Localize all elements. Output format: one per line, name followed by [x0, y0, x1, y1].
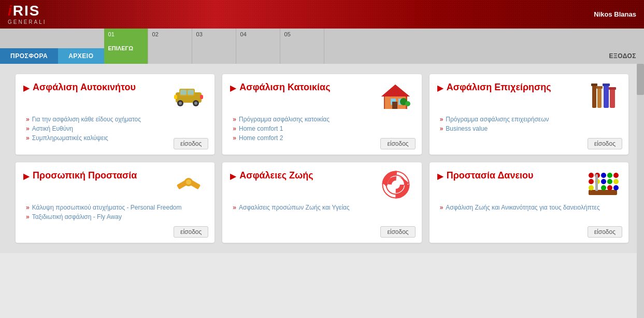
step-5[interactable]: 05	[280, 29, 324, 64]
card-arrow-icon: ▶	[230, 83, 236, 93]
card-home: ▶ Ασφάλιση Κατοικίας Πρόγραμμα ασφάλισης…	[222, 74, 421, 155]
card-arrow-icon: ▶	[437, 171, 443, 181]
arxeio-button[interactable]: ΑΡΧΕΙΟ	[58, 48, 104, 64]
card-title-row: ▶ Ασφάλιση Επιχείρησης	[437, 82, 621, 110]
card-links: Κάλυψη προσωπικού ατυχήματος - Personal …	[23, 203, 207, 222]
steps-indicators: 01 ΕΠΙΛΕΓΩ 02 03 04 05	[104, 29, 602, 64]
svg-point-50	[613, 185, 619, 190]
card-link[interactable]: Πρόγραμμα ασφάλισης επιχειρήσεων	[440, 115, 621, 124]
step-3[interactable]: 03	[192, 29, 236, 64]
svg-rect-8	[174, 95, 177, 99]
card-links: Πρόγραμμα ασφάλισης επιχειρήσεωνBusiness…	[437, 115, 621, 133]
svg-point-38	[589, 179, 594, 184]
card-links: Ασφάλιση Ζωής και Ανικανότητας για τους …	[437, 203, 621, 212]
card-title-left: ▶ Ασφάλιση Επιχείρησης	[437, 82, 551, 93]
header: iRIS GENERALI Nikos Blanas	[0, 0, 644, 29]
card-title-row: ▶ Προστασία Δανειου	[437, 170, 621, 199]
eisodos-button[interactable]: είσοδος	[588, 138, 622, 149]
step-3-num: 03	[196, 31, 232, 37]
card-footer: είσοδος	[588, 226, 622, 238]
eisodos-button[interactable]: είσοδος	[380, 226, 415, 238]
step-2-num: 02	[152, 31, 188, 37]
card-title-left: ▶ Προστασία Δανειου	[437, 170, 534, 182]
svg-point-48	[613, 173, 619, 178]
svg-rect-20	[597, 87, 602, 108]
card-icon	[170, 170, 207, 199]
svg-point-29	[186, 179, 191, 185]
card-link[interactable]: Ασφάλιση Ζωής και Ανικανότητας για τους …	[440, 203, 621, 212]
step-1-label: ΕΠΙΛΕΓΩ	[108, 45, 144, 51]
svg-point-17	[405, 101, 410, 106]
step-2[interactable]: 02	[148, 29, 192, 64]
card-link[interactable]: Αστική Ευθύνη	[26, 124, 207, 133]
svg-rect-24	[610, 88, 615, 108]
card-link[interactable]: Home comfort 1	[233, 124, 413, 133]
card-footer: είσοδος	[588, 138, 622, 149]
svg-point-49	[613, 179, 619, 184]
eisodos-button[interactable]: είσοδος	[588, 226, 622, 238]
card-icon	[584, 82, 621, 110]
card-car: ▶ Ασφάλιση Αυτοκινήτου Για την ασφάλιση …	[16, 74, 214, 155]
user-name: Nikos Blanas	[594, 10, 636, 18]
card-title-row: ▶ Ασφάλιση Κατοικίας	[230, 82, 413, 110]
card-title-left: ▶ Ασφάλιση Αυτοκινήτου	[23, 82, 136, 93]
step-1[interactable]: 01 ΕΠΙΛΕΓΩ	[104, 29, 148, 64]
step-4-num: 04	[240, 31, 276, 37]
card-title-row: ▶ Προσωπική Προστασία	[23, 170, 207, 199]
card-footer: είσοδος	[174, 226, 208, 238]
svg-marker-15	[381, 85, 410, 96]
eisodos-button[interactable]: είσοδος	[174, 138, 208, 149]
step-1-num: 01	[108, 31, 144, 37]
main-content: ▶ Ασφάλιση Αυτοκινήτου Για την ασφάλιση …	[0, 64, 644, 253]
card-link[interactable]: Κάλυψη προσωπικού ατυχήματος - Personal …	[26, 203, 207, 212]
svg-rect-51	[595, 174, 598, 191]
svg-point-7	[194, 102, 197, 105]
card-business: ▶ Ασφάλιση Επιχείρησης Πρόγραμμα ασφάλισ…	[430, 74, 628, 155]
card-title: Ασφάλιση Επιχείρησης	[447, 82, 551, 93]
card-arrow-icon: ▶	[230, 171, 236, 181]
card-links: Ασφαλίσεις προσώπων Ζωής και Υγείας	[230, 203, 413, 212]
svg-rect-23	[603, 84, 610, 86]
svg-point-43	[601, 179, 606, 184]
svg-point-42	[601, 173, 606, 178]
svg-rect-18	[592, 85, 596, 108]
card-title: Ασφάλιση Αυτοκινήτου	[33, 82, 136, 93]
svg-rect-19	[591, 84, 597, 86]
card-title: Προσωπική Προστασία	[33, 170, 137, 182]
step-5-num: 05	[284, 31, 320, 37]
exit-link[interactable]: ΕΞΟΔΟΣ	[601, 29, 644, 64]
eisodos-button[interactable]: είσοδος	[380, 138, 415, 149]
card-link[interactable]: Πρόγραμμα ασφάλισης κατοικίας	[233, 115, 413, 124]
svg-rect-25	[609, 87, 616, 90]
card-title-left: ▶ Ασφάλιση Κατοικίας	[230, 82, 330, 93]
card-footer: είσοδος	[380, 138, 415, 149]
step-4[interactable]: 04	[236, 29, 280, 64]
eisodos-button[interactable]: είσοδος	[174, 226, 208, 238]
card-icon	[170, 82, 207, 110]
card-footer: είσοδος	[174, 138, 208, 149]
card-icon	[378, 82, 414, 110]
card-title-row: ▶ Ασφάλειες Ζωής	[230, 170, 413, 199]
nav-buttons-group: ΠΡΟΣΦΟΡΑ ΑΡΧΕΙΟ	[0, 29, 104, 64]
card-link[interactable]: Business value	[440, 124, 621, 133]
card-link[interactable]: Ασφαλίσεις προσώπων Ζωής και Υγείας	[233, 203, 413, 212]
card-title-row: ▶ Ασφάλιση Αυτοκινήτου	[23, 82, 207, 110]
svg-point-5	[179, 102, 182, 105]
card-link[interactable]: Ταξιδιωτική ασφάλιση - Fly Away	[26, 212, 207, 222]
card-title-left: ▶ Ασφάλειες Ζωής	[230, 170, 313, 182]
card-title: Ασφάλιση Κατοικίας	[239, 82, 330, 93]
scrollbar[interactable]	[637, 64, 644, 318]
svg-point-47	[607, 185, 612, 190]
card-link[interactable]: Για την ασφάλιση κάθε είδους οχήματος	[26, 115, 207, 124]
scrollbar-thumb	[637, 64, 644, 95]
svg-rect-2	[180, 90, 187, 95]
svg-rect-3	[188, 90, 194, 95]
card-title: Ασφάλειες Ζωής	[239, 170, 313, 182]
card-title: Προστασία Δανειου	[447, 170, 534, 182]
card-footer: είσοδος	[380, 226, 415, 238]
svg-rect-21	[596, 86, 603, 89]
prosphora-button[interactable]: ΠΡΟΣΦΟΡΑ	[0, 48, 58, 64]
svg-rect-14	[392, 102, 397, 109]
card-icon	[584, 170, 621, 199]
card-arrow-icon: ▶	[437, 83, 443, 93]
